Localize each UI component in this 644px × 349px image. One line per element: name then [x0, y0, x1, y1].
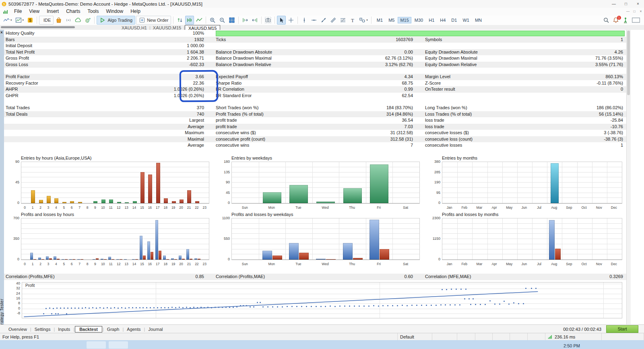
gridline-vertical — [607, 218, 607, 260]
loss-bar — [104, 259, 107, 260]
chart-tab-3[interactable]: XAUUSD,M15 — [185, 25, 220, 30]
taskbar-window-thumb[interactable] — [109, 341, 128, 349]
gridline-vertical — [339, 162, 339, 203]
timeframe-d1[interactable]: D1 — [449, 17, 459, 23]
signals-icon[interactable] — [64, 16, 73, 25]
report-label — [4, 142, 119, 149]
tester-tab-agents[interactable]: Agents — [124, 326, 143, 332]
gridline — [232, 223, 419, 224]
timeframe-m1[interactable]: M1 — [374, 17, 385, 23]
market-icon[interactable] — [54, 16, 63, 25]
menu-item-view[interactable]: View — [25, 8, 43, 14]
tester-tab-graph[interactable]: Graph — [104, 326, 122, 332]
x-axis-label: 8 — [83, 206, 91, 210]
timeframe-m15[interactable]: M15 — [398, 17, 411, 23]
x-axis-label: 20 — [177, 206, 185, 210]
hline-tool-icon[interactable] — [310, 16, 318, 25]
autoscroll-icon[interactable] — [241, 16, 250, 25]
line-mode-icon[interactable] — [195, 16, 204, 25]
menu-item-window[interactable]: Window — [103, 8, 127, 14]
taskbar-window-thumb[interactable] — [87, 341, 106, 349]
timeframe-m30[interactable]: M30 — [412, 17, 425, 23]
chart-tab-2[interactable]: XAUUSD,M15 — [151, 25, 184, 30]
x-axis-label: 6 — [68, 206, 76, 210]
timeframe-h1[interactable]: H1 — [426, 17, 437, 23]
menu-item-tools[interactable]: Tools — [84, 8, 103, 14]
camera-icon[interactable] — [264, 16, 272, 25]
menu-bar: FileViewInsertChartsToolsWindowHelp — □ … — [0, 8, 644, 15]
tester-tab-journal[interactable]: Journal — [145, 326, 165, 332]
tester-tab-backtest[interactable]: Backtest — [75, 326, 102, 332]
text-tool-icon[interactable]: T — [348, 16, 357, 25]
x-axis-label: 17 — [154, 206, 161, 210]
timeframe-m5[interactable]: M5 — [386, 17, 397, 23]
menu-item-insert[interactable]: Insert — [43, 8, 62, 14]
menu-item-file[interactable]: File — [10, 8, 25, 14]
y-axis-label: 180 — [216, 160, 230, 164]
scrollbar-thumb[interactable] — [627, 31, 630, 95]
vline-tool-icon[interactable] — [300, 16, 309, 25]
tester-tab-overview[interactable]: Overview — [6, 326, 30, 332]
toolbar-separator — [173, 17, 173, 24]
loss-bar — [380, 249, 389, 260]
lvl-icon[interactable]: LVL — [621, 16, 630, 25]
gridline-vertical — [577, 162, 578, 203]
report-value: 7.03 — [337, 124, 413, 130]
doc-minimize-button[interactable]: — — [625, 8, 631, 15]
community-icon[interactable]: @+ — [83, 16, 92, 25]
doc-restore-button[interactable]: □ — [631, 8, 638, 15]
strategy-tester-sidebar: × Strategy Tester — [0, 30, 4, 333]
report-label — [4, 136, 119, 143]
channel-tool-icon[interactable] — [329, 16, 338, 25]
gridline-vertical — [562, 162, 562, 203]
tester-tab-inputs[interactable]: Inputs — [55, 326, 73, 332]
oneclick-widget[interactable] — [631, 16, 641, 25]
chart-style-icon[interactable]: ▾ — [2, 16, 13, 25]
tile-windows-icon[interactable] — [227, 16, 236, 25]
timeframe-mn[interactable]: MN — [473, 17, 484, 23]
restore-button[interactable]: □ — [620, 0, 632, 8]
crosshair-icon[interactable] — [287, 16, 295, 25]
backtest-progress-time: 00:02:43 / 00:02:43 — [563, 327, 601, 332]
loss-bar — [80, 259, 83, 260]
new-order-button[interactable]: New Order — [136, 16, 171, 25]
zoom-in-icon[interactable] — [208, 16, 217, 25]
bar — [289, 185, 308, 203]
x-axis-label: 19 — [169, 262, 177, 266]
report-value: 1 000.00 — [119, 43, 204, 49]
vps-icon[interactable] — [74, 16, 83, 25]
tester-close-icon[interactable]: × — [0, 31, 3, 35]
vertical-scrollbar[interactable] — [626, 30, 631, 324]
chart-template-icon[interactable]: ▾ — [14, 16, 25, 25]
fibo-tool-icon[interactable] — [339, 16, 347, 25]
start-button[interactable]: Start — [606, 325, 638, 333]
close-button[interactable]: × — [632, 0, 644, 8]
report-label: Balance Drawdown Maximal — [216, 55, 337, 62]
algo-trading-button[interactable]: Algo Trading — [97, 16, 135, 25]
tester-tab-settings[interactable]: Settings — [32, 326, 54, 332]
trendline-tool-icon[interactable] — [319, 16, 328, 25]
shapes-tool-icon[interactable]: ▾ — [358, 16, 369, 25]
minimize-button[interactable]: — — [608, 0, 620, 8]
x-axis-label: 9 — [91, 262, 99, 266]
alert-icon[interactable]: 1 — [611, 16, 620, 25]
bars-mode-icon[interactable] — [185, 16, 194, 25]
menu-item-charts[interactable]: Charts — [62, 8, 84, 14]
gridline — [232, 172, 419, 172]
zoom-out-icon[interactable] — [218, 16, 227, 25]
cursor-icon[interactable] — [277, 16, 286, 25]
x-axis-label: 4 — [52, 206, 60, 210]
timeframe-w1[interactable]: W1 — [460, 17, 472, 23]
chart-shift-icon[interactable] — [250, 16, 259, 25]
menu-item-help[interactable]: Help — [127, 8, 144, 14]
doc-close-button[interactable]: × — [638, 8, 644, 15]
ide-button[interactable]: IDE — [39, 16, 54, 25]
profit-bar — [93, 259, 95, 260]
chart-tab-1[interactable]: XAUUSD,H1 — [119, 25, 149, 30]
tick-sort-icon[interactable] — [175, 16, 184, 25]
y-axis-label: 0 — [6, 306, 20, 310]
deposit-icon[interactable]: $ — [26, 16, 35, 25]
search-icon[interactable] — [602, 16, 611, 25]
timeframe-h4[interactable]: H4 — [438, 17, 448, 23]
horizontal-scrollbar[interactable] — [1, 26, 75, 28]
